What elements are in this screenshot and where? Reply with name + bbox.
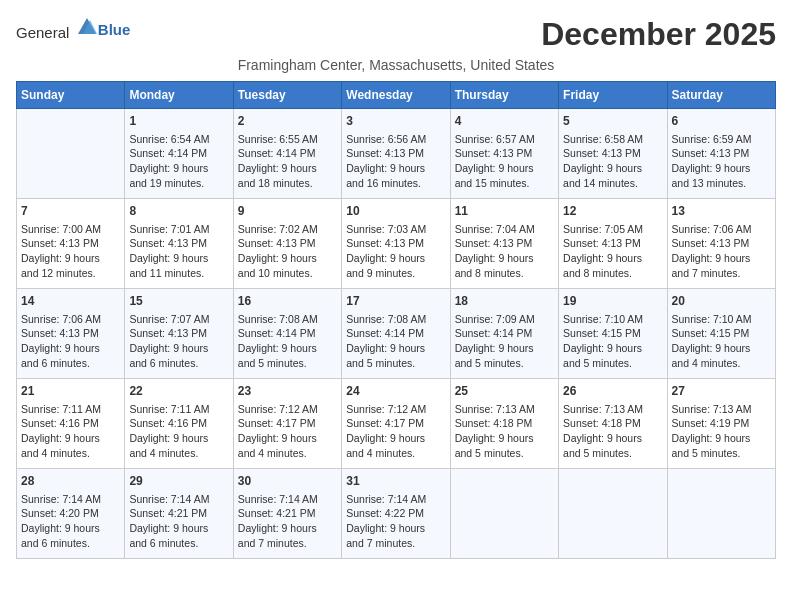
calendar-cell: 25Sunrise: 7:13 AM Sunset: 4:18 PM Dayli… (450, 379, 558, 469)
calendar-week-row: 21Sunrise: 7:11 AM Sunset: 4:16 PM Dayli… (17, 379, 776, 469)
day-info: Sunrise: 7:08 AM Sunset: 4:14 PM Dayligh… (238, 312, 337, 371)
day-number: 1 (129, 113, 228, 130)
calendar-cell: 22Sunrise: 7:11 AM Sunset: 4:16 PM Dayli… (125, 379, 233, 469)
calendar-cell: 17Sunrise: 7:08 AM Sunset: 4:14 PM Dayli… (342, 289, 450, 379)
day-number: 2 (238, 113, 337, 130)
day-info: Sunrise: 7:14 AM Sunset: 4:21 PM Dayligh… (129, 492, 228, 551)
calendar-cell: 28Sunrise: 7:14 AM Sunset: 4:20 PM Dayli… (17, 469, 125, 559)
calendar-cell: 7Sunrise: 7:00 AM Sunset: 4:13 PM Daylig… (17, 199, 125, 289)
day-info: Sunrise: 7:10 AM Sunset: 4:15 PM Dayligh… (563, 312, 662, 371)
calendar-cell: 3Sunrise: 6:56 AM Sunset: 4:13 PM Daylig… (342, 109, 450, 199)
day-number: 11 (455, 203, 554, 220)
calendar-cell: 12Sunrise: 7:05 AM Sunset: 4:13 PM Dayli… (559, 199, 667, 289)
calendar-cell: 21Sunrise: 7:11 AM Sunset: 4:16 PM Dayli… (17, 379, 125, 469)
calendar-cell: 13Sunrise: 7:06 AM Sunset: 4:13 PM Dayli… (667, 199, 775, 289)
day-number: 5 (563, 113, 662, 130)
day-number: 4 (455, 113, 554, 130)
calendar-cell: 23Sunrise: 7:12 AM Sunset: 4:17 PM Dayli… (233, 379, 341, 469)
day-info: Sunrise: 7:02 AM Sunset: 4:13 PM Dayligh… (238, 222, 337, 281)
location-title: Framingham Center, Massachusetts, United… (16, 57, 776, 73)
day-info: Sunrise: 7:12 AM Sunset: 4:17 PM Dayligh… (238, 402, 337, 461)
day-info: Sunrise: 7:04 AM Sunset: 4:13 PM Dayligh… (455, 222, 554, 281)
header-day-saturday: Saturday (667, 82, 775, 109)
calendar-cell: 4Sunrise: 6:57 AM Sunset: 4:13 PM Daylig… (450, 109, 558, 199)
day-number: 7 (21, 203, 120, 220)
day-number: 23 (238, 383, 337, 400)
day-number: 29 (129, 473, 228, 490)
day-number: 30 (238, 473, 337, 490)
day-info: Sunrise: 7:03 AM Sunset: 4:13 PM Dayligh… (346, 222, 445, 281)
day-number: 3 (346, 113, 445, 130)
day-number: 14 (21, 293, 120, 310)
day-number: 8 (129, 203, 228, 220)
day-info: Sunrise: 6:58 AM Sunset: 4:13 PM Dayligh… (563, 132, 662, 191)
day-info: Sunrise: 7:11 AM Sunset: 4:16 PM Dayligh… (129, 402, 228, 461)
header-day-wednesday: Wednesday (342, 82, 450, 109)
calendar-week-row: 7Sunrise: 7:00 AM Sunset: 4:13 PM Daylig… (17, 199, 776, 289)
logo-blue-text: Blue (98, 21, 131, 38)
day-info: Sunrise: 7:13 AM Sunset: 4:18 PM Dayligh… (563, 402, 662, 461)
day-number: 16 (238, 293, 337, 310)
logo-general-text: General (16, 24, 69, 41)
day-info: Sunrise: 7:13 AM Sunset: 4:18 PM Dayligh… (455, 402, 554, 461)
calendar-cell (450, 469, 558, 559)
day-info: Sunrise: 7:08 AM Sunset: 4:14 PM Dayligh… (346, 312, 445, 371)
day-info: Sunrise: 7:06 AM Sunset: 4:13 PM Dayligh… (21, 312, 120, 371)
logo: General Blue (16, 16, 130, 42)
calendar-cell: 9Sunrise: 7:02 AM Sunset: 4:13 PM Daylig… (233, 199, 341, 289)
day-number: 10 (346, 203, 445, 220)
day-number: 20 (672, 293, 771, 310)
calendar-cell: 16Sunrise: 7:08 AM Sunset: 4:14 PM Dayli… (233, 289, 341, 379)
header-day-friday: Friday (559, 82, 667, 109)
day-info: Sunrise: 6:54 AM Sunset: 4:14 PM Dayligh… (129, 132, 228, 191)
day-number: 19 (563, 293, 662, 310)
calendar-cell: 24Sunrise: 7:12 AM Sunset: 4:17 PM Dayli… (342, 379, 450, 469)
calendar-cell: 8Sunrise: 7:01 AM Sunset: 4:13 PM Daylig… (125, 199, 233, 289)
day-number: 18 (455, 293, 554, 310)
day-number: 12 (563, 203, 662, 220)
page-header: General Blue December 2025 (16, 16, 776, 53)
calendar-cell: 15Sunrise: 7:07 AM Sunset: 4:13 PM Dayli… (125, 289, 233, 379)
calendar-table: SundayMondayTuesdayWednesdayThursdayFrid… (16, 81, 776, 559)
day-info: Sunrise: 7:00 AM Sunset: 4:13 PM Dayligh… (21, 222, 120, 281)
calendar-cell: 14Sunrise: 7:06 AM Sunset: 4:13 PM Dayli… (17, 289, 125, 379)
day-number: 15 (129, 293, 228, 310)
header-day-monday: Monday (125, 82, 233, 109)
month-year-title: December 2025 (541, 16, 776, 53)
day-number: 6 (672, 113, 771, 130)
day-info: Sunrise: 7:14 AM Sunset: 4:20 PM Dayligh… (21, 492, 120, 551)
calendar-week-row: 28Sunrise: 7:14 AM Sunset: 4:20 PM Dayli… (17, 469, 776, 559)
calendar-header-row: SundayMondayTuesdayWednesdayThursdayFrid… (17, 82, 776, 109)
logo-icon (76, 16, 98, 38)
day-number: 21 (21, 383, 120, 400)
day-info: Sunrise: 7:05 AM Sunset: 4:13 PM Dayligh… (563, 222, 662, 281)
day-info: Sunrise: 7:01 AM Sunset: 4:13 PM Dayligh… (129, 222, 228, 281)
calendar-cell: 29Sunrise: 7:14 AM Sunset: 4:21 PM Dayli… (125, 469, 233, 559)
day-number: 13 (672, 203, 771, 220)
calendar-cell: 31Sunrise: 7:14 AM Sunset: 4:22 PM Dayli… (342, 469, 450, 559)
day-number: 25 (455, 383, 554, 400)
day-info: Sunrise: 6:59 AM Sunset: 4:13 PM Dayligh… (672, 132, 771, 191)
day-info: Sunrise: 7:09 AM Sunset: 4:14 PM Dayligh… (455, 312, 554, 371)
day-number: 26 (563, 383, 662, 400)
day-number: 24 (346, 383, 445, 400)
calendar-week-row: 1Sunrise: 6:54 AM Sunset: 4:14 PM Daylig… (17, 109, 776, 199)
header-day-sunday: Sunday (17, 82, 125, 109)
day-number: 17 (346, 293, 445, 310)
calendar-cell: 1Sunrise: 6:54 AM Sunset: 4:14 PM Daylig… (125, 109, 233, 199)
calendar-cell: 11Sunrise: 7:04 AM Sunset: 4:13 PM Dayli… (450, 199, 558, 289)
day-number: 27 (672, 383, 771, 400)
day-info: Sunrise: 7:06 AM Sunset: 4:13 PM Dayligh… (672, 222, 771, 281)
header-day-thursday: Thursday (450, 82, 558, 109)
day-info: Sunrise: 6:57 AM Sunset: 4:13 PM Dayligh… (455, 132, 554, 191)
calendar-cell (17, 109, 125, 199)
calendar-cell: 19Sunrise: 7:10 AM Sunset: 4:15 PM Dayli… (559, 289, 667, 379)
day-info: Sunrise: 7:13 AM Sunset: 4:19 PM Dayligh… (672, 402, 771, 461)
day-number: 9 (238, 203, 337, 220)
calendar-cell (559, 469, 667, 559)
calendar-cell: 26Sunrise: 7:13 AM Sunset: 4:18 PM Dayli… (559, 379, 667, 469)
day-info: Sunrise: 7:11 AM Sunset: 4:16 PM Dayligh… (21, 402, 120, 461)
day-number: 22 (129, 383, 228, 400)
day-info: Sunrise: 7:14 AM Sunset: 4:21 PM Dayligh… (238, 492, 337, 551)
calendar-cell: 10Sunrise: 7:03 AM Sunset: 4:13 PM Dayli… (342, 199, 450, 289)
